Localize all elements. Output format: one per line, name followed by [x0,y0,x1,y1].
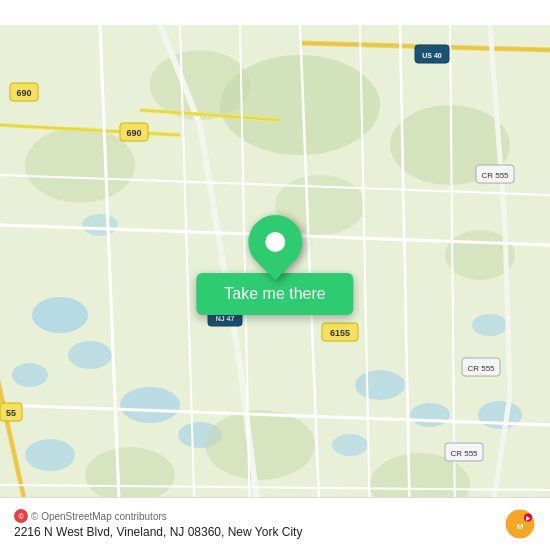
svg-point-11 [82,214,118,236]
svg-text:55: 55 [6,408,16,418]
svg-point-20 [85,447,175,503]
svg-text:US 40: US 40 [422,52,442,59]
svg-point-2 [68,341,112,369]
map-container: 690 690 US 40 CR 555 NJ 47 6155 CR 555 C… [0,0,550,550]
osm-attribution: © © OpenStreetMap contributors [14,509,302,523]
attribution-text: © OpenStreetMap contributors [31,511,167,522]
svg-point-12 [25,439,75,471]
svg-text:M: M [517,522,524,531]
svg-text:CR 555: CR 555 [450,449,478,458]
address-section: © © OpenStreetMap contributors 2216 N We… [14,509,302,539]
svg-point-7 [410,403,450,427]
svg-text:690: 690 [126,128,141,138]
svg-point-15 [150,50,250,120]
svg-point-16 [25,127,135,203]
address-text: 2216 N West Blvd, Vineland, NJ 08360, Ne… [14,525,302,539]
svg-point-4 [120,387,180,423]
svg-point-19 [205,410,315,480]
svg-text:6155: 6155 [330,328,350,338]
location-popup: Take me there [196,215,353,315]
openstreetmap-icon: © [14,509,28,523]
moovit-icon: M ▶ [504,508,536,540]
svg-text:690: 690 [16,88,31,98]
svg-text:CR 555: CR 555 [467,364,495,373]
svg-text:NJ 47: NJ 47 [216,315,235,322]
svg-point-10 [332,434,368,456]
moovit-logo: M ▶ [504,508,536,540]
svg-point-6 [355,370,405,400]
bottom-info-bar: © © OpenStreetMap contributors 2216 N We… [0,497,550,550]
svg-text:▶: ▶ [526,515,531,521]
map-marker [237,204,313,280]
svg-text:CR 555: CR 555 [481,171,509,180]
svg-point-8 [472,314,508,336]
svg-point-1 [32,297,88,333]
marker-inner-circle [265,232,285,252]
svg-point-3 [12,363,48,387]
